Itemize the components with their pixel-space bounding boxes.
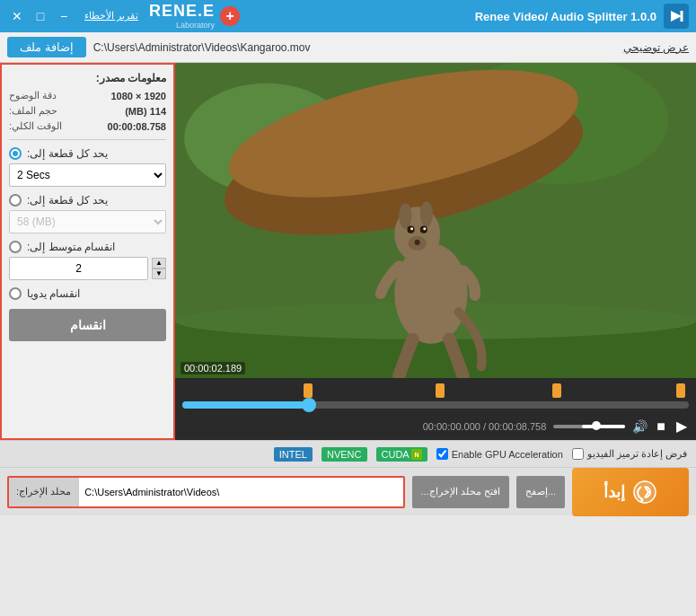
split-by-size-option: يحد كل قطعة إلى: 58 (MB) 100 (MB) 200 (M…	[9, 194, 166, 233]
output-path-input[interactable]	[79, 487, 402, 497]
split-button[interactable]: انقسام	[9, 309, 166, 341]
volume-icon: 🔊	[632, 419, 648, 434]
video-container: 00:00:02.189	[175, 63, 696, 378]
toolbar: عرض توضيحي C:\Users\Administrator\Videos…	[0, 32, 696, 63]
titlebar-left: Renee Video/ Audio Splitter 1.0.0	[475, 4, 689, 29]
seek-progress	[182, 401, 309, 409]
output-label: محلد الإخراج:	[9, 478, 79, 506]
split-average-radio-row: انقسام متوسط إلى:	[9, 241, 166, 253]
brand-lab: Laboratory	[149, 21, 215, 31]
file-size-label: حجم الملف:	[9, 105, 57, 117]
split-average-input-row: ▲ ▼	[9, 257, 166, 280]
duration-row: 00:00:08.758 الوقت الكلي:	[9, 120, 166, 132]
total-time-display: 00:00:00.000 / 00:00:08.758	[423, 421, 547, 432]
nvenc-label: NVENC	[327, 449, 362, 460]
split-average-radio[interactable]	[9, 241, 22, 253]
play-button[interactable]: ▶	[674, 416, 689, 436]
main-area: 00:00:02.189 ▶ ■ 🔊	[0, 63, 696, 440]
marker-2[interactable]	[436, 383, 445, 398]
info-panel-title: معلومات مصدر:	[9, 72, 166, 84]
volume-slider[interactable]	[553, 425, 625, 428]
markers-row	[182, 383, 689, 400]
brand-plus-icon: +	[220, 6, 240, 26]
split-size-label: يحد كل قطعة إلى:	[27, 194, 108, 207]
split-manual-radio[interactable]	[9, 287, 22, 300]
start-icon	[632, 480, 657, 505]
clear-button[interactable]: ...إصفح	[516, 476, 565, 508]
split-size-dropdown[interactable]: 58 (MB) 100 (MB) 200 (MB)	[9, 210, 166, 233]
duration-value: 00:00:08.758	[108, 121, 166, 132]
gpu-checkbox[interactable]	[436, 448, 448, 460]
gpu-checkbox-group: Enable GPU Acceleration	[436, 448, 563, 460]
close-button[interactable]: ✕	[7, 6, 27, 26]
split-time-radio[interactable]	[9, 147, 22, 160]
split-time-dropdown-row: 2 Secs 5 Secs 10 Secs 30 Secs 1 Min	[9, 163, 166, 187]
resolution-row: 1920 × 1080 دقة الوضوح	[9, 90, 166, 101]
split-by-time-option: يحد كل قطعة إلى: 2 Secs 5 Secs 10 Secs 3…	[9, 147, 166, 187]
intel-button[interactable]: INTEL	[274, 447, 313, 462]
split-time-dropdown[interactable]: 2 Secs 5 Secs 10 Secs 30 Secs 1 Min	[9, 163, 166, 187]
split-size-dropdown-row: 58 (MB) 100 (MB) 200 (MB)	[9, 210, 166, 233]
bottom-bar: فرض إعادة ترميز الفيديو Enable GPU Accel…	[0, 440, 696, 467]
svg-text:N: N	[414, 452, 418, 458]
nvidia-icon: N	[411, 449, 422, 460]
brand-name: RENE.E	[149, 2, 215, 21]
spin-down-button[interactable]: ▼	[152, 268, 166, 279]
split-manual-radio-row: انقسام يدويا	[9, 287, 166, 300]
right-panel: معلومات مصدر: 1920 × 1080 دقة الوضوح 114…	[0, 63, 175, 440]
output-bar: إبدأ ...إصفح افتح محلد الإخراج... محلد ا…	[0, 467, 696, 515]
svg-point-19	[415, 240, 420, 245]
titlebar-right: + RENE.E Laboratory تقرير الأخطاء − □ ✕	[7, 2, 240, 31]
app-title: Renee Video/ Audio Splitter 1.0.0	[475, 10, 656, 23]
cuda-label: CUDA	[382, 449, 410, 460]
svg-point-12	[399, 203, 411, 228]
report-errors-link[interactable]: تقرير الأخطاء	[84, 10, 138, 22]
spin-up-button[interactable]: ▲	[152, 258, 166, 268]
video-current-time: 00:00:02.189	[181, 362, 245, 374]
output-path-group: محلد الإخراج:	[7, 476, 405, 508]
spin-controls: ▲ ▼	[152, 258, 166, 279]
svg-point-10	[394, 243, 467, 344]
volume-handle[interactable]	[592, 421, 601, 430]
start-button[interactable]: إبدأ	[572, 468, 689, 516]
minimize-button[interactable]: −	[54, 6, 74, 26]
split-average-option: انقسام متوسط إلى: ▲ ▼	[9, 241, 166, 280]
resolution-label: دقة الوضوح	[9, 90, 57, 101]
titlebar: Renee Video/ Audio Splitter 1.0.0 + RENE…	[0, 0, 696, 32]
svg-point-13	[420, 201, 433, 226]
resolution-value: 1920 × 1080	[110, 91, 166, 101]
duration-label: الوقت الكلي:	[9, 120, 62, 132]
divider-1	[9, 139, 166, 140]
split-average-label: انقسام متوسط إلى:	[27, 241, 115, 253]
start-label: إبدأ	[603, 482, 625, 502]
seekbar-area	[175, 378, 696, 412]
marker-1[interactable]	[304, 383, 313, 398]
volume-fill	[582, 425, 625, 428]
marker-3[interactable]	[552, 383, 561, 398]
file-path: C:\Users\Administrator\Videos\Kangaroo.m…	[93, 41, 616, 54]
video-panel: 00:00:02.189 ▶ ■ 🔊	[175, 63, 696, 440]
marker-4[interactable]	[676, 383, 685, 398]
app-logo-icon	[664, 4, 689, 29]
encode-checkbox-group: فرض إعادة ترميز الفيديو	[572, 448, 687, 460]
cuda-button[interactable]: N CUDA	[376, 447, 427, 462]
split-time-label: يحد كل قطعة إلى:	[27, 147, 108, 160]
video-display: 00:00:02.189	[175, 63, 696, 378]
seek-bar[interactable]	[182, 401, 689, 409]
split-size-radio-row: يحد كل قطعة إلى:	[9, 194, 166, 207]
svg-point-16	[410, 227, 413, 230]
split-time-radio-row: يحد كل قطعة إلى:	[9, 147, 166, 160]
seek-handle[interactable]	[302, 398, 316, 412]
brand-logo: + RENE.E Laboratory	[149, 2, 240, 31]
split-count-input[interactable]	[9, 257, 148, 280]
split-size-radio[interactable]	[9, 194, 22, 207]
preview-link[interactable]: عرض توضيحي	[623, 41, 689, 54]
add-file-button[interactable]: إضافة ملف	[7, 37, 86, 57]
file-size-value: 114 (MB)	[125, 106, 166, 117]
maximize-button[interactable]: □	[31, 6, 50, 26]
nvenc-button[interactable]: NVENC	[322, 447, 367, 462]
open-folder-button[interactable]: افتح محلد الإخراج...	[412, 476, 509, 508]
encode-checkbox[interactable]	[572, 448, 584, 460]
stop-button[interactable]: ■	[655, 417, 667, 436]
gpu-label: Enable GPU Acceleration	[452, 449, 563, 460]
